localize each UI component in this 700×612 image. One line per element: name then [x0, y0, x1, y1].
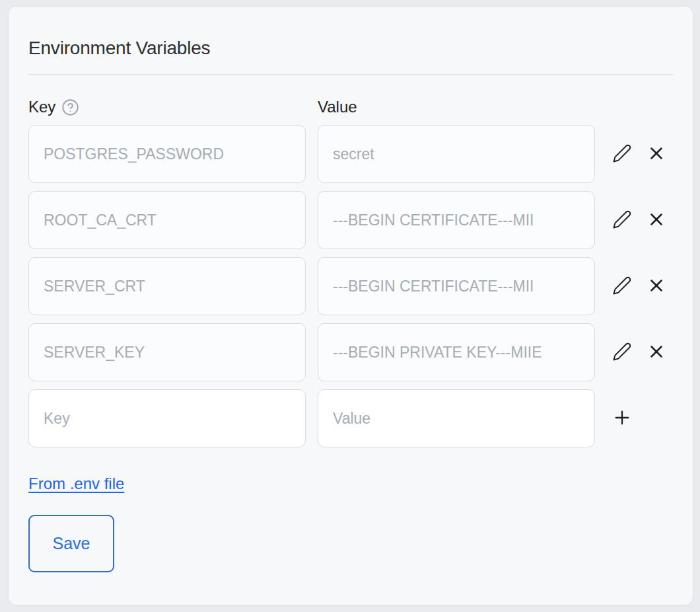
key-column-label: Key [28, 97, 306, 116]
delete-button[interactable] [644, 141, 669, 167]
row-actions [607, 389, 673, 447]
x-icon [647, 210, 666, 231]
pencil-icon [612, 143, 632, 165]
env-row [28, 323, 673, 381]
save-button[interactable]: Save [28, 515, 114, 572]
new-key-input[interactable] [28, 389, 306, 447]
pencil-icon [612, 210, 632, 231]
edit-button[interactable] [610, 340, 635, 365]
env-row [28, 257, 673, 315]
env-key-input[interactable] [28, 257, 306, 315]
env-key-input[interactable] [28, 125, 306, 183]
edit-button[interactable] [610, 274, 635, 299]
env-key-input[interactable] [28, 191, 306, 249]
env-row [28, 191, 673, 249]
row-actions [607, 191, 673, 249]
add-button[interactable] [610, 406, 635, 431]
delete-button[interactable] [644, 340, 669, 365]
column-headers: Key Value [28, 97, 673, 116]
question-circle-icon[interactable] [61, 98, 79, 116]
env-row [28, 125, 673, 183]
pencil-icon [612, 276, 632, 297]
env-value-input[interactable] [318, 125, 595, 183]
env-value-input[interactable] [318, 257, 595, 315]
env-key-input[interactable] [28, 323, 306, 381]
environment-variables-card: Environment Variables Key Value [8, 6, 693, 605]
from-env-file-link[interactable]: From .env file [28, 475, 124, 492]
new-env-row [28, 389, 673, 447]
env-value-input[interactable] [318, 323, 595, 381]
page-title: Environment Variables [28, 38, 673, 59]
delete-button[interactable] [644, 274, 669, 299]
edit-button[interactable] [610, 141, 635, 167]
edit-button[interactable] [610, 208, 635, 233]
row-actions [607, 125, 673, 183]
x-icon [647, 276, 666, 297]
row-actions [607, 257, 673, 315]
delete-button[interactable] [644, 208, 669, 233]
row-actions [607, 323, 673, 381]
plus-icon [612, 407, 633, 430]
pencil-icon [612, 342, 632, 363]
new-value-input[interactable] [318, 389, 595, 447]
env-rows [28, 125, 673, 447]
x-icon [647, 143, 666, 165]
value-column-label: Value [318, 98, 595, 116]
divider [28, 74, 673, 75]
x-icon [647, 342, 666, 363]
env-value-input[interactable] [318, 191, 595, 249]
